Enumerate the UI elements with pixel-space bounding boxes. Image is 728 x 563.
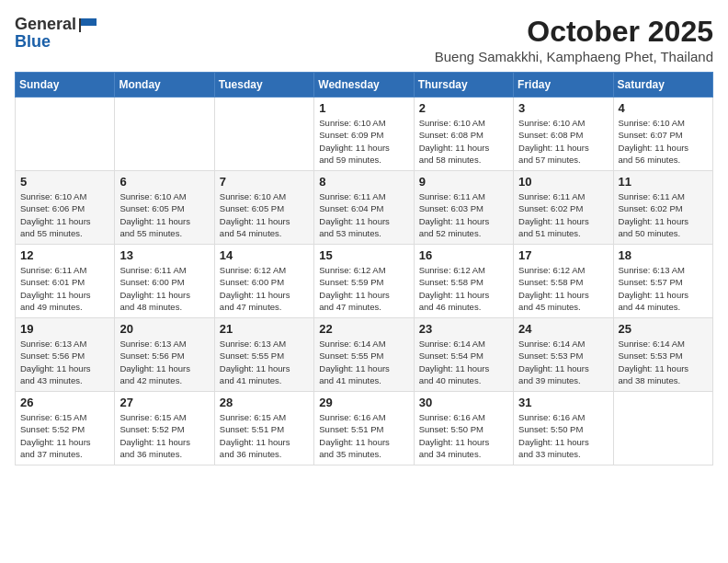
calendar-cell: 2Sunrise: 6:10 AM Sunset: 6:08 PM Daylig… — [414, 98, 513, 171]
day-number: 30 — [419, 396, 508, 409]
calendar-cell: 31Sunrise: 6:16 AM Sunset: 5:50 PM Dayli… — [514, 392, 613, 465]
day-info: Sunrise: 6:15 AM Sunset: 5:52 PM Dayligh… — [20, 411, 109, 460]
calendar-cell: 16Sunrise: 6:12 AM Sunset: 5:58 PM Dayli… — [414, 245, 513, 318]
day-info: Sunrise: 6:11 AM Sunset: 6:02 PM Dayligh… — [518, 190, 608, 239]
calendar-cell: 19Sunrise: 6:13 AM Sunset: 5:56 PM Dayli… — [16, 318, 115, 392]
day-number: 15 — [319, 248, 408, 262]
calendar-cell: 17Sunrise: 6:12 AM Sunset: 5:58 PM Dayli… — [514, 245, 613, 318]
day-number: 3 — [518, 101, 608, 115]
day-number: 6 — [119, 175, 209, 189]
day-number: 9 — [419, 175, 508, 189]
location-title: Bueng Samakkhi, Kamphaeng Phet, Thailand — [435, 49, 713, 64]
calendar-table: SundayMondayTuesdayWednesdayThursdayFrid… — [15, 72, 713, 465]
weekday-header-tuesday: Tuesday — [214, 73, 313, 98]
day-info: Sunrise: 6:10 AM Sunset: 6:06 PM Dayligh… — [20, 190, 109, 239]
weekday-header-monday: Monday — [115, 73, 214, 98]
day-number: 24 — [518, 322, 608, 336]
day-info: Sunrise: 6:15 AM Sunset: 5:52 PM Dayligh… — [119, 411, 209, 460]
calendar-cell: 26Sunrise: 6:15 AM Sunset: 5:52 PM Dayli… — [16, 392, 115, 465]
calendar-cell: 24Sunrise: 6:14 AM Sunset: 5:53 PM Dayli… — [514, 318, 613, 392]
calendar-cell: 29Sunrise: 6:16 AM Sunset: 5:51 PM Dayli… — [314, 392, 414, 465]
day-info: Sunrise: 6:12 AM Sunset: 5:58 PM Dayligh… — [419, 264, 508, 313]
calendar-week-1: 1Sunrise: 6:10 AM Sunset: 6:09 PM Daylig… — [16, 98, 713, 171]
calendar-week-5: 26Sunrise: 6:15 AM Sunset: 5:52 PM Dayli… — [16, 392, 713, 465]
calendar-cell: 3Sunrise: 6:10 AM Sunset: 6:08 PM Daylig… — [514, 98, 613, 171]
weekday-header-sunday: Sunday — [16, 73, 115, 98]
day-number: 23 — [419, 322, 508, 336]
day-info: Sunrise: 6:11 AM Sunset: 6:02 PM Dayligh… — [619, 190, 708, 239]
day-info: Sunrise: 6:16 AM Sunset: 5:50 PM Dayligh… — [518, 411, 608, 460]
day-number: 14 — [220, 248, 309, 262]
day-number: 12 — [20, 248, 109, 262]
day-number: 16 — [419, 248, 508, 262]
day-number: 4 — [619, 101, 708, 115]
day-info: Sunrise: 6:11 AM Sunset: 6:00 PM Dayligh… — [119, 264, 209, 313]
day-info: Sunrise: 6:14 AM Sunset: 5:54 PM Dayligh… — [419, 338, 508, 386]
calendar-cell: 15Sunrise: 6:12 AM Sunset: 5:59 PM Dayli… — [314, 245, 414, 318]
day-info: Sunrise: 6:10 AM Sunset: 6:07 PM Dayligh… — [619, 117, 708, 166]
weekday-header-saturday: Saturday — [613, 73, 712, 98]
day-number: 10 — [518, 175, 608, 189]
calendar-cell: 9Sunrise: 6:11 AM Sunset: 6:03 PM Daylig… — [414, 171, 513, 245]
page-header: General Blue October 2025 Bueng Samakkhi… — [15, 15, 713, 64]
day-number: 31 — [518, 396, 608, 409]
calendar-cell: 27Sunrise: 6:15 AM Sunset: 5:52 PM Dayli… — [115, 392, 214, 465]
weekday-header-friday: Friday — [514, 73, 613, 98]
calendar-cell: 22Sunrise: 6:14 AM Sunset: 5:55 PM Dayli… — [314, 318, 414, 392]
day-number: 27 — [119, 396, 209, 409]
day-number: 2 — [419, 101, 508, 115]
day-number: 18 — [619, 248, 708, 262]
day-number: 19 — [20, 322, 109, 336]
day-info: Sunrise: 6:12 AM Sunset: 5:58 PM Dayligh… — [518, 264, 608, 313]
logo-flag-icon — [78, 17, 98, 33]
calendar-cell: 21Sunrise: 6:13 AM Sunset: 5:55 PM Dayli… — [214, 318, 313, 392]
day-number: 17 — [518, 248, 608, 262]
day-number: 8 — [319, 175, 408, 189]
calendar-cell: 6Sunrise: 6:10 AM Sunset: 6:05 PM Daylig… — [115, 171, 214, 245]
day-info: Sunrise: 6:14 AM Sunset: 5:53 PM Dayligh… — [518, 338, 608, 386]
calendar-cell: 5Sunrise: 6:10 AM Sunset: 6:06 PM Daylig… — [16, 171, 115, 245]
day-number: 28 — [220, 396, 309, 409]
day-number: 25 — [619, 322, 708, 336]
calendar-cell: 12Sunrise: 6:11 AM Sunset: 6:01 PM Dayli… — [16, 245, 115, 318]
calendar-cell: 13Sunrise: 6:11 AM Sunset: 6:00 PM Dayli… — [115, 245, 214, 318]
calendar-cell: 1Sunrise: 6:10 AM Sunset: 6:09 PM Daylig… — [314, 98, 414, 171]
day-number: 1 — [319, 101, 408, 115]
calendar-cell — [115, 98, 214, 171]
day-info: Sunrise: 6:12 AM Sunset: 6:00 PM Dayligh… — [220, 264, 309, 313]
calendar-cell: 30Sunrise: 6:16 AM Sunset: 5:50 PM Dayli… — [414, 392, 513, 465]
day-info: Sunrise: 6:13 AM Sunset: 5:55 PM Dayligh… — [220, 338, 309, 386]
calendar-week-4: 19Sunrise: 6:13 AM Sunset: 5:56 PM Dayli… — [16, 318, 713, 392]
day-number: 7 — [220, 175, 309, 189]
title-area: October 2025 Bueng Samakkhi, Kamphaeng P… — [435, 15, 713, 64]
weekday-header-wednesday: Wednesday — [314, 73, 414, 98]
day-info: Sunrise: 6:12 AM Sunset: 5:59 PM Dayligh… — [319, 264, 408, 313]
calendar-cell: 14Sunrise: 6:12 AM Sunset: 6:00 PM Dayli… — [214, 245, 313, 318]
day-info: Sunrise: 6:14 AM Sunset: 5:55 PM Dayligh… — [319, 338, 408, 386]
day-number: 20 — [119, 322, 209, 336]
calendar-cell: 10Sunrise: 6:11 AM Sunset: 6:02 PM Dayli… — [514, 171, 613, 245]
calendar-cell: 23Sunrise: 6:14 AM Sunset: 5:54 PM Dayli… — [414, 318, 513, 392]
day-info: Sunrise: 6:10 AM Sunset: 6:09 PM Dayligh… — [319, 117, 408, 166]
calendar-cell: 28Sunrise: 6:15 AM Sunset: 5:51 PM Dayli… — [214, 392, 313, 465]
calendar-cell: 8Sunrise: 6:11 AM Sunset: 6:04 PM Daylig… — [314, 171, 414, 245]
month-title: October 2025 — [435, 15, 713, 49]
day-info: Sunrise: 6:16 AM Sunset: 5:51 PM Dayligh… — [319, 411, 408, 460]
day-info: Sunrise: 6:10 AM Sunset: 6:05 PM Dayligh… — [119, 190, 209, 239]
day-info: Sunrise: 6:16 AM Sunset: 5:50 PM Dayligh… — [419, 411, 508, 460]
day-info: Sunrise: 6:13 AM Sunset: 5:56 PM Dayligh… — [119, 338, 209, 386]
day-number: 21 — [220, 322, 309, 336]
calendar-cell — [613, 392, 712, 465]
day-info: Sunrise: 6:14 AM Sunset: 5:53 PM Dayligh… — [619, 338, 708, 386]
calendar-cell: 7Sunrise: 6:10 AM Sunset: 6:05 PM Daylig… — [214, 171, 313, 245]
calendar-cell: 20Sunrise: 6:13 AM Sunset: 5:56 PM Dayli… — [115, 318, 214, 392]
calendar-cell: 4Sunrise: 6:10 AM Sunset: 6:07 PM Daylig… — [613, 98, 712, 171]
day-number: 22 — [319, 322, 408, 336]
day-number: 29 — [319, 396, 408, 409]
day-info: Sunrise: 6:11 AM Sunset: 6:03 PM Dayligh… — [419, 190, 508, 239]
logo: General Blue — [15, 15, 98, 52]
calendar-week-3: 12Sunrise: 6:11 AM Sunset: 6:01 PM Dayli… — [16, 245, 713, 318]
weekday-header-thursday: Thursday — [414, 73, 513, 98]
day-info: Sunrise: 6:11 AM Sunset: 6:01 PM Dayligh… — [20, 264, 109, 313]
day-info: Sunrise: 6:11 AM Sunset: 6:04 PM Dayligh… — [319, 190, 408, 239]
